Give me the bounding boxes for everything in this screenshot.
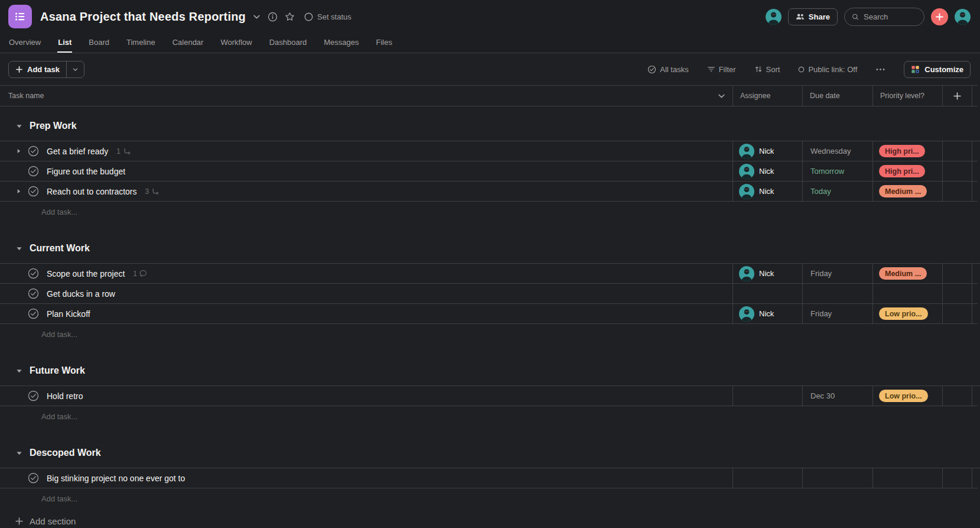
tab-dashboard[interactable]: Dashboard [269,33,308,53]
task-name[interactable]: Scope out the project [47,269,125,278]
assignee-cell[interactable]: Nick [732,264,802,283]
section-header[interactable]: Prep Work [0,115,980,137]
tab-board[interactable]: Board [88,33,110,53]
priority-cell[interactable] [872,468,942,488]
priority-pill[interactable]: High pri... [879,145,925,157]
task-name[interactable]: Get ducks in a row [47,289,115,299]
tab-timeline[interactable]: Timeline [126,33,156,53]
assignee-cell[interactable] [732,386,802,406]
task-name-cell[interactable]: Figure out the budget [0,161,732,181]
add-task-row[interactable]: Add task... [0,406,980,426]
task-row[interactable]: Scope out the project 1 Nick Friday Medi… [0,264,978,284]
task-name-cell[interactable]: Get ducks in a row [0,284,732,303]
priority-cell[interactable]: Medium ... [872,264,942,283]
task-name-cell[interactable]: Plan Kickoff [0,304,732,323]
task-name[interactable]: Plan Kickoff [47,309,90,319]
user-avatar[interactable] [955,9,971,25]
expand-arrow-icon[interactable] [16,148,28,154]
share-button[interactable]: Share [788,8,838,25]
public-link-button[interactable]: Public link: Off [798,65,857,74]
due-date-cell[interactable]: Friday [802,264,872,283]
add-task-row[interactable]: Add task... [0,488,980,508]
section-header[interactable]: Future Work [0,360,980,381]
column-chevron-down-icon[interactable] [718,92,725,100]
expand-arrow-icon[interactable] [16,189,28,194]
priority-cell[interactable] [872,284,942,303]
task-row[interactable]: Figure out the budget Nick Tomorrow High… [0,161,978,182]
priority-pill[interactable]: Medium ... [879,267,927,280]
task-row[interactable]: Get a brief ready 1 Nick Wednesday High … [0,141,978,161]
priority-cell[interactable]: High pri... [872,161,942,181]
create-button[interactable] [931,8,948,25]
due-date-cell[interactable]: Dec 30 [802,386,872,406]
customize-button[interactable]: Customize [904,61,971,78]
add-column-button[interactable] [942,86,972,106]
priority-pill[interactable]: High pri... [879,165,925,177]
section-collapse-chevron-icon[interactable] [16,123,22,129]
tab-messages[interactable]: Messages [323,33,359,53]
assignee-cell[interactable]: Nick [732,182,802,201]
section-collapse-chevron-icon[interactable] [16,368,22,374]
task-name[interactable]: Hold retro [47,391,83,401]
member-avatar[interactable] [766,9,782,25]
add-task-button[interactable]: Add task [8,61,84,78]
priority-cell[interactable]: Low prio... [872,304,942,323]
complete-task-icon[interactable] [28,145,39,157]
assignee-cell[interactable]: Nick [732,141,802,161]
column-header-assignee[interactable]: Assignee [732,86,802,106]
task-name-cell[interactable]: Reach out to contractors 3 [0,182,732,201]
priority-pill[interactable]: Medium ... [879,185,927,197]
task-name[interactable]: Get a brief ready [47,147,108,156]
title-dropdown-chevron-icon[interactable] [253,13,261,21]
section-collapse-chevron-icon[interactable] [16,450,22,456]
column-header-due-date[interactable]: Due date [802,86,872,106]
tab-workflow[interactable]: Workflow [220,33,252,53]
tab-files[interactable]: Files [376,33,393,53]
complete-task-icon[interactable] [28,268,39,279]
column-header-priority[interactable]: Priority level? [872,86,942,106]
due-date-cell[interactable]: Friday [802,304,872,323]
project-info-icon[interactable] [268,12,278,22]
task-row[interactable]: Big stinking project no one ever got to [0,468,978,488]
section-header[interactable]: Descoped Work [0,442,980,464]
set-status-button[interactable]: Set status [304,12,351,21]
section-collapse-chevron-icon[interactable] [16,245,22,252]
task-name[interactable]: Reach out to contractors [47,187,137,196]
complete-task-icon[interactable] [28,288,39,299]
priority-pill[interactable]: Low prio... [879,390,928,402]
complete-task-icon[interactable] [28,166,39,177]
column-header-task-name[interactable]: Task name [0,86,732,106]
complete-task-icon[interactable] [28,186,39,197]
assignee-cell[interactable] [732,468,802,488]
add-task-row[interactable]: Add task... [0,324,980,344]
tab-list[interactable]: List [57,33,72,53]
all-tasks-filter-button[interactable]: All tasks [647,65,688,74]
search-bar[interactable] [844,8,924,26]
task-name[interactable]: Figure out the budget [47,167,125,176]
filter-button[interactable]: Filter [707,65,736,74]
task-name[interactable]: Big stinking project no one ever got to [47,474,185,483]
add-task-row[interactable]: Add task... [0,202,980,222]
complete-task-icon[interactable] [28,390,39,401]
task-name-cell[interactable]: Big stinking project no one ever got to [0,468,732,488]
more-options-button[interactable] [875,66,885,73]
section-header[interactable]: Current Work [0,238,980,259]
sort-button[interactable]: Sort [754,65,780,74]
due-date-cell[interactable]: Tomorrow [802,161,872,181]
tab-calendar[interactable]: Calendar [172,33,204,53]
priority-cell[interactable]: Low prio... [872,386,942,406]
due-date-cell[interactable] [802,284,872,303]
assignee-cell[interactable]: Nick [732,304,802,323]
favorite-star-icon[interactable] [285,12,295,22]
due-date-cell[interactable]: Wednesday [802,141,872,161]
assignee-cell[interactable] [732,284,802,303]
project-logo-icon[interactable] [8,5,32,28]
task-name-cell[interactable]: Get a brief ready 1 [0,141,732,161]
task-name-cell[interactable]: Scope out the project 1 [0,264,732,283]
task-name-cell[interactable]: Hold retro [0,386,732,406]
task-row[interactable]: Get ducks in a row [0,284,978,304]
add-task-dropdown-chevron-icon[interactable] [66,61,84,77]
priority-cell[interactable]: Medium ... [872,182,942,201]
search-input[interactable] [864,12,917,21]
assignee-cell[interactable]: Nick [732,161,802,181]
